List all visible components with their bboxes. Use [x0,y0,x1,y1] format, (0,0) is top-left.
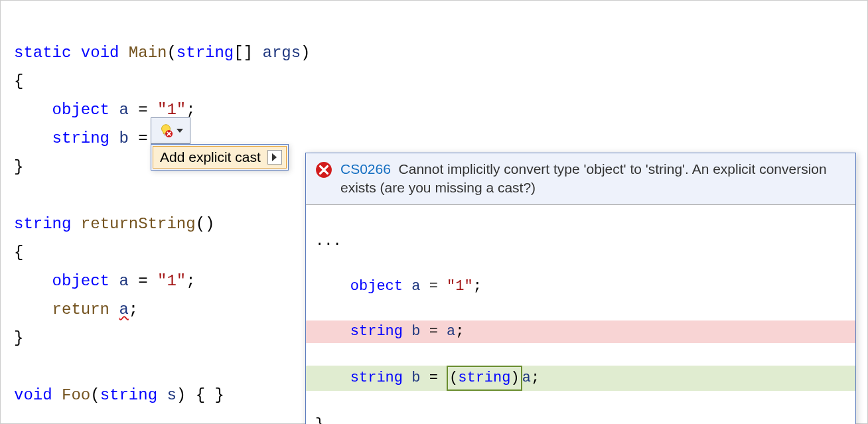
error-variable-a[interactable]: a [119,301,128,318]
menu-item-add-explicit-cast[interactable]: Add explicit cast [153,146,287,169]
lightbulb-error-icon [159,123,173,138]
brace-open: { [14,244,23,261]
keyword-string: string [100,386,157,404]
var-a: a [109,272,129,290]
var-a: a [109,101,129,119]
keyword-string: string [52,129,109,147]
chevron-down-icon [177,129,183,133]
string-literal: "1" [157,272,186,290]
diff-ellipsis-top: ... [306,230,855,253]
chevron-right-icon[interactable] [267,150,282,165]
error-icon [315,161,332,178]
keyword-string: string [177,44,234,62]
method-foo: Foo [52,386,91,404]
string-literal: "1" [157,101,186,119]
param-s: s [157,386,177,404]
quick-actions-button[interactable] [151,117,190,144]
keyword-return: return [52,301,109,318]
inserted-cast: (string) [447,366,522,391]
error-header: CS0266 Cannot implicitly convert type 'o… [306,153,855,204]
quick-fix-menu: Add explicit cast [151,144,289,171]
keyword-string: string [14,215,71,233]
keyword-object: object [52,272,109,290]
diff-removed-line: string b = a; [306,320,855,343]
diff-context-brace: } [306,413,855,424]
keyword-object: object [52,101,109,119]
var-b: b [109,129,129,147]
fix-preview-panel: CS0266 Cannot implicitly convert type 'o… [305,153,856,424]
menu-item-label: Add explicit cast [160,149,261,165]
error-message: Cannot implicitly convert type 'object' … [340,161,827,195]
brace-close: } [14,329,23,347]
keyword-void: void [81,44,119,62]
diff-added-line: string b = (string)a; [306,366,855,391]
param-args: args [253,44,301,62]
brace-close: } [14,158,23,176]
method-returnstring: returnString [71,215,195,233]
error-code: CS0266 [340,161,391,177]
keyword-static: static [14,44,71,62]
method-main: Main [129,44,167,62]
diff-preview: ... object a = "1"; string b = a; string… [306,204,855,424]
keyword-void: void [14,386,52,404]
brace-open: { [14,72,23,90]
diff-context-line: object a = "1"; [306,275,855,298]
